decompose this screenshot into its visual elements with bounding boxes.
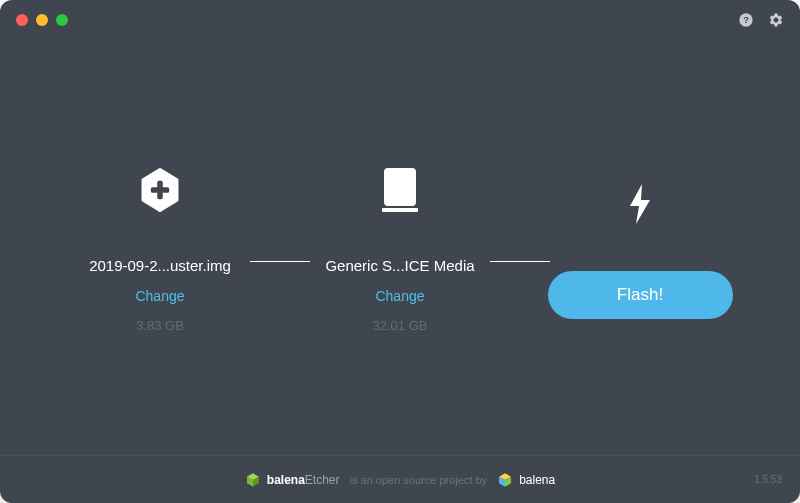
connector-line xyxy=(250,261,310,262)
step-drive: Generic S...ICE Media Change 32.01 GB xyxy=(310,163,490,333)
image-size: 3.83 GB xyxy=(136,318,184,333)
company-cube-icon xyxy=(497,472,513,488)
gear-icon[interactable] xyxy=(768,12,784,28)
titlebar: ? xyxy=(0,0,800,40)
svg-rect-3 xyxy=(151,187,169,193)
main-content: 2019-09-2...uster.img Change 3.83 GB Gen… xyxy=(0,40,800,455)
version-label: 1.5.53 xyxy=(754,474,782,485)
product-cube-icon xyxy=(245,472,261,488)
change-image-link[interactable]: Change xyxy=(135,288,184,304)
footer-tagline: is an open source project by xyxy=(350,474,488,486)
drive-name: Generic S...ICE Media xyxy=(325,257,474,274)
product-name[interactable]: balenaEtcher xyxy=(245,472,340,488)
steps-container: 2019-09-2...uster.img Change 3.83 GB Gen… xyxy=(70,163,730,333)
footer-center: balenaEtcher is an open source project b… xyxy=(245,472,555,488)
close-window-button[interactable] xyxy=(16,14,28,26)
footer: balenaEtcher is an open source project b… xyxy=(0,455,800,503)
maximize-window-button[interactable] xyxy=(56,14,68,26)
svg-rect-5 xyxy=(382,208,418,212)
company-name: balena xyxy=(519,473,555,487)
lightning-icon xyxy=(616,180,664,228)
product-brand-part1: balena xyxy=(267,473,305,487)
titlebar-actions: ? xyxy=(738,12,784,28)
flash-button[interactable]: Flash! xyxy=(548,271,733,319)
svg-rect-4 xyxy=(384,168,416,206)
traffic-lights xyxy=(16,14,68,26)
change-drive-link[interactable]: Change xyxy=(375,288,424,304)
product-brand-part2: Etcher xyxy=(305,473,340,487)
drive-icon xyxy=(376,166,424,214)
plus-hexagon-icon xyxy=(136,166,184,214)
company-link[interactable]: balena xyxy=(497,472,555,488)
step-flash: Flash! xyxy=(550,177,730,319)
minimize-window-button[interactable] xyxy=(36,14,48,26)
image-filename: 2019-09-2...uster.img xyxy=(89,257,231,274)
drive-size: 32.01 GB xyxy=(373,318,428,333)
svg-text:?: ? xyxy=(743,15,749,25)
help-icon[interactable]: ? xyxy=(738,12,754,28)
connector-line xyxy=(490,261,550,262)
step-image: 2019-09-2...uster.img Change 3.83 GB xyxy=(70,163,250,333)
app-window: ? 2019-09-2...uster.img Change 3.83 GB xyxy=(0,0,800,503)
